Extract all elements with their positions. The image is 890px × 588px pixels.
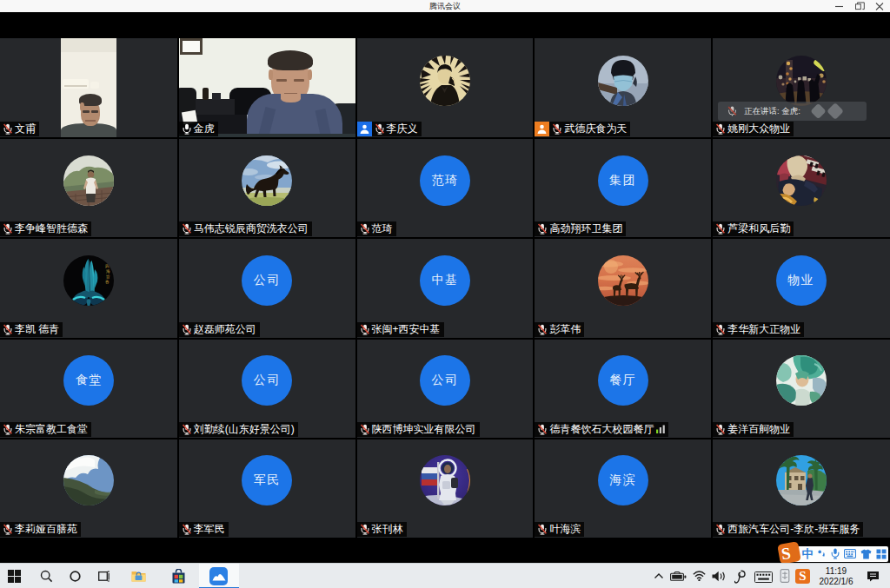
svg-text:皆: 皆 (106, 274, 110, 279)
svg-text:春: 春 (105, 280, 110, 284)
svg-text:海: 海 (106, 269, 110, 274)
